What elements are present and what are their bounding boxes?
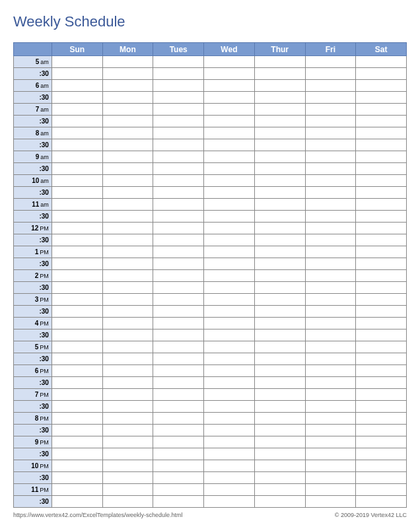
schedule-cell[interactable]	[305, 472, 356, 484]
schedule-cell[interactable]	[305, 318, 356, 329]
schedule-cell[interactable]	[305, 460, 356, 472]
schedule-cell[interactable]	[356, 223, 407, 234]
schedule-cell[interactable]	[52, 175, 102, 187]
schedule-cell[interactable]	[102, 365, 153, 377]
schedule-cell[interactable]	[254, 425, 305, 436]
schedule-cell[interactable]	[356, 436, 407, 448]
schedule-cell[interactable]	[204, 80, 255, 92]
schedule-cell[interactable]	[254, 139, 305, 151]
schedule-cell[interactable]	[52, 401, 102, 413]
schedule-cell[interactable]	[52, 460, 102, 472]
schedule-cell[interactable]	[305, 282, 356, 294]
schedule-cell[interactable]	[102, 436, 153, 448]
schedule-cell[interactable]	[356, 389, 407, 401]
schedule-cell[interactable]	[356, 211, 407, 223]
schedule-cell[interactable]	[52, 199, 102, 211]
schedule-cell[interactable]	[204, 187, 255, 199]
schedule-cell[interactable]	[356, 341, 407, 353]
schedule-cell[interactable]	[254, 175, 305, 187]
schedule-cell[interactable]	[52, 127, 102, 139]
schedule-cell[interactable]	[102, 448, 153, 460]
schedule-cell[interactable]	[52, 211, 102, 223]
schedule-cell[interactable]	[204, 234, 255, 246]
schedule-cell[interactable]	[305, 92, 356, 104]
schedule-cell[interactable]	[305, 425, 356, 436]
schedule-cell[interactable]	[356, 104, 407, 116]
schedule-cell[interactable]	[254, 294, 305, 306]
schedule-cell[interactable]	[52, 341, 102, 353]
schedule-cell[interactable]	[356, 199, 407, 211]
schedule-cell[interactable]	[153, 413, 204, 425]
schedule-cell[interactable]	[102, 104, 153, 116]
schedule-cell[interactable]	[356, 484, 407, 496]
schedule-cell[interactable]	[204, 139, 255, 151]
schedule-cell[interactable]	[254, 163, 305, 175]
schedule-cell[interactable]	[305, 127, 356, 139]
schedule-cell[interactable]	[305, 496, 356, 508]
schedule-cell[interactable]	[102, 127, 153, 139]
schedule-cell[interactable]	[153, 92, 204, 104]
schedule-cell[interactable]	[204, 401, 255, 413]
schedule-cell[interactable]	[204, 365, 255, 377]
schedule-cell[interactable]	[204, 127, 255, 139]
schedule-cell[interactable]	[204, 329, 255, 341]
schedule-cell[interactable]	[254, 484, 305, 496]
schedule-cell[interactable]	[305, 484, 356, 496]
schedule-cell[interactable]	[305, 199, 356, 211]
schedule-cell[interactable]	[153, 116, 204, 127]
schedule-cell[interactable]	[356, 353, 407, 365]
schedule-cell[interactable]	[102, 163, 153, 175]
schedule-cell[interactable]	[52, 234, 102, 246]
schedule-cell[interactable]	[254, 258, 305, 270]
schedule-cell[interactable]	[356, 294, 407, 306]
schedule-cell[interactable]	[305, 80, 356, 92]
schedule-cell[interactable]	[305, 211, 356, 223]
schedule-cell[interactable]	[254, 270, 305, 282]
schedule-cell[interactable]	[52, 365, 102, 377]
schedule-cell[interactable]	[102, 211, 153, 223]
schedule-cell[interactable]	[305, 234, 356, 246]
schedule-cell[interactable]	[254, 56, 305, 68]
schedule-cell[interactable]	[305, 294, 356, 306]
schedule-cell[interactable]	[52, 282, 102, 294]
schedule-cell[interactable]	[254, 282, 305, 294]
schedule-cell[interactable]	[356, 329, 407, 341]
schedule-cell[interactable]	[102, 496, 153, 508]
schedule-cell[interactable]	[356, 306, 407, 318]
schedule-cell[interactable]	[102, 377, 153, 389]
schedule-cell[interactable]	[254, 92, 305, 104]
schedule-cell[interactable]	[356, 116, 407, 127]
schedule-cell[interactable]	[153, 401, 204, 413]
schedule-cell[interactable]	[52, 436, 102, 448]
schedule-cell[interactable]	[356, 151, 407, 163]
schedule-cell[interactable]	[254, 329, 305, 341]
schedule-cell[interactable]	[204, 341, 255, 353]
schedule-cell[interactable]	[204, 425, 255, 436]
schedule-cell[interactable]	[305, 104, 356, 116]
schedule-cell[interactable]	[102, 246, 153, 258]
schedule-cell[interactable]	[305, 377, 356, 389]
schedule-cell[interactable]	[102, 92, 153, 104]
schedule-cell[interactable]	[153, 448, 204, 460]
schedule-cell[interactable]	[153, 56, 204, 68]
schedule-cell[interactable]	[305, 436, 356, 448]
schedule-cell[interactable]	[204, 211, 255, 223]
schedule-cell[interactable]	[102, 484, 153, 496]
schedule-cell[interactable]	[102, 116, 153, 127]
schedule-cell[interactable]	[305, 365, 356, 377]
schedule-cell[interactable]	[153, 460, 204, 472]
schedule-cell[interactable]	[356, 175, 407, 187]
schedule-cell[interactable]	[204, 68, 255, 80]
schedule-cell[interactable]	[204, 460, 255, 472]
schedule-cell[interactable]	[305, 389, 356, 401]
schedule-cell[interactable]	[204, 389, 255, 401]
schedule-cell[interactable]	[305, 306, 356, 318]
schedule-cell[interactable]	[204, 282, 255, 294]
schedule-cell[interactable]	[102, 413, 153, 425]
schedule-cell[interactable]	[153, 341, 204, 353]
schedule-cell[interactable]	[153, 436, 204, 448]
schedule-cell[interactable]	[52, 318, 102, 329]
schedule-cell[interactable]	[153, 68, 204, 80]
schedule-cell[interactable]	[52, 258, 102, 270]
schedule-cell[interactable]	[153, 365, 204, 377]
